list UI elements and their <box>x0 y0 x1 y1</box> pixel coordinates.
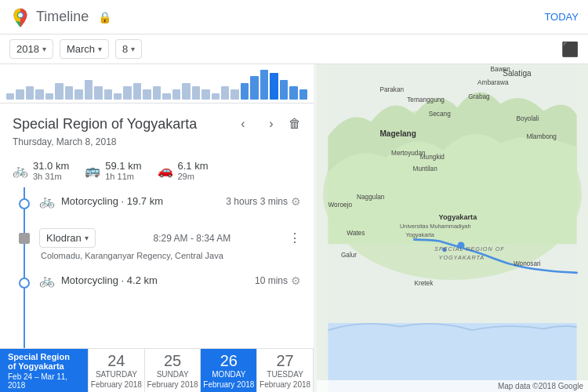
svg-text:YOGYAKARTA: YOGYAKARTA <box>439 254 485 261</box>
date-num-0: 24 <box>107 353 125 368</box>
stop-name-box-1[interactable]: Klodran ▾ <box>39 228 96 248</box>
chart-bar-2[interactable] <box>26 86 34 100</box>
chart-bar-1[interactable] <box>16 89 24 100</box>
chart-bar-21[interactable] <box>212 93 220 100</box>
chart-bar-12[interactable] <box>123 86 131 100</box>
chart-bar-27[interactable] <box>270 73 278 100</box>
timeline-items: 🚲 Motorcycling · 19.7 km 3 hours 3 mins … <box>0 187 314 348</box>
svg-text:Galur: Galur <box>341 252 357 259</box>
activity-item-2: 🚲 Motorcycling · 4.2 km 10 mins ⚙ <box>39 273 301 288</box>
location-controls: ‹ › 🗑 <box>232 113 301 135</box>
svg-text:Yogyakarta: Yogyakarta <box>439 213 478 221</box>
chart-bar-8[interactable] <box>85 80 93 100</box>
timeline-dot-stop-1 <box>19 233 30 244</box>
date-strip-item-2[interactable]: 26 Monday February 2018 <box>201 349 257 392</box>
activity-right-0: 3 hours 3 mins ⚙ <box>226 195 301 208</box>
chart-bar-0[interactable] <box>6 93 14 100</box>
activity-edit-button-0[interactable]: ⚙ <box>291 195 301 208</box>
svg-text:Kretek: Kretek <box>414 280 434 287</box>
lock-icon: 🔒 <box>98 11 111 24</box>
chart-bar-24[interactable] <box>241 83 249 100</box>
stat-item-1: 🚌 59.1 km 1h 11m <box>85 160 141 181</box>
activity-duration-2: 10 mins <box>255 275 288 286</box>
chart-bar-15[interactable] <box>153 86 161 100</box>
stop-chevron-icon-1: ▾ <box>85 234 89 242</box>
chart-view-button[interactable]: ⬛ <box>561 41 579 58</box>
stat-km-2: 6.1 km <box>178 160 209 172</box>
stat-item-2: 🚗 6.1 km 29m <box>158 160 209 181</box>
chart-bar-26[interactable] <box>260 70 268 100</box>
chart-bar-6[interactable] <box>65 86 73 100</box>
year-chevron-icon: ▾ <box>42 45 46 53</box>
chart-bar-5[interactable] <box>55 83 63 100</box>
year-select[interactable]: 2018 ▾ <box>9 39 53 59</box>
chart-bar-14[interactable] <box>143 89 151 100</box>
next-location-button[interactable]: › <box>260 113 282 135</box>
chart-bar-29[interactable] <box>289 86 297 100</box>
active-location-item[interactable]: Special Region of Yogyakarta Feb 24 – Ma… <box>0 349 89 392</box>
timeline-item-1: Klodran ▾ 8:29 AM - 8:34 AM ⋮ Colomadu, … <box>0 222 314 267</box>
activity-icon-2: 🚲 <box>39 273 55 288</box>
activity-icon-0: 🚲 <box>39 194 55 209</box>
date-month-3: February 2018 <box>260 380 310 389</box>
chart-bar-7[interactable] <box>74 89 82 100</box>
prev-location-button[interactable]: ‹ <box>232 113 254 135</box>
stop-more-button-1[interactable]: ⋮ <box>289 230 301 245</box>
chart-bar-19[interactable] <box>192 86 200 100</box>
stat-info-0: 31.0 km 3h 31m <box>33 160 69 181</box>
chart-bar-20[interactable] <box>201 89 209 100</box>
date-num-2: 26 <box>220 353 238 368</box>
svg-text:Parakan: Parakan <box>379 86 404 93</box>
chart-bar-22[interactable] <box>221 86 229 100</box>
chart-bar-30[interactable] <box>299 89 307 100</box>
delete-location-button[interactable]: 🗑 <box>289 117 301 131</box>
map-svg: Salatiga Ambarawa Bawen Parakan Temanggu… <box>317 64 588 392</box>
date-controls-bar: 2018 ▾ March ▾ 8 ▾ ⬛ <box>0 34 588 64</box>
chart-bar-4[interactable] <box>45 93 53 100</box>
date-month-0: February 2018 <box>91 380 142 389</box>
date-strip-item-3[interactable]: 27 Tuesday February 2018 <box>257 349 314 392</box>
year-value: 2018 <box>16 43 39 55</box>
date-strip-item-0[interactable]: 24 Saturday February 2018 <box>89 349 145 392</box>
svg-text:Magelang: Magelang <box>379 129 416 138</box>
day-chevron-icon: ▾ <box>131 45 135 53</box>
activity-edit-button-2[interactable]: ⚙ <box>291 274 301 287</box>
chart-bar-3[interactable] <box>35 89 43 100</box>
activity-right-2: 10 mins ⚙ <box>255 274 301 287</box>
location-date: Thursday, March 8, 2018 <box>13 136 301 147</box>
chart-bar-18[interactable] <box>182 83 190 100</box>
activity-left-2: 🚲 Motorcycling · 4.2 km <box>39 273 158 288</box>
date-month-2: February 2018 <box>203 380 254 389</box>
day-select[interactable]: 8 ▾ <box>115 39 142 59</box>
chart-bar-11[interactable] <box>114 93 122 100</box>
chart-bar-13[interactable] <box>133 83 141 100</box>
stat-item-0: 🚲 31.0 km 3h 31m <box>13 160 69 181</box>
chart-bar-25[interactable] <box>250 76 258 100</box>
svg-text:Mungkid: Mungkid <box>420 154 445 161</box>
location-title: Special Region of Yogyakarta <box>13 116 197 132</box>
chart-bar-28[interactable] <box>280 80 288 100</box>
right-panel: Salatiga Ambarawa Bawen Parakan Temanggu… <box>317 64 588 392</box>
stat-time-0: 3h 31m <box>33 172 69 181</box>
svg-text:Universitas Muhammadiyah: Universitas Muhammadiyah <box>400 223 470 230</box>
timeline-item-2: 🚲 Motorcycling · 4.2 km 10 mins ⚙ <box>0 267 314 301</box>
month-select[interactable]: March ▾ <box>60 39 109 59</box>
chart-bar-23[interactable] <box>230 89 238 100</box>
chart-bar-9[interactable] <box>94 86 102 100</box>
today-button[interactable]: TODAY <box>544 11 579 23</box>
location-header: Special Region of Yogyakarta ‹ › 🗑 Thurs… <box>0 103 314 154</box>
date-strip-item-1[interactable]: 25 Sunday February 2018 <box>145 349 201 392</box>
chart-bar-16[interactable] <box>162 93 170 100</box>
activity-item-0: 🚲 Motorcycling · 19.7 km 3 hours 3 mins … <box>39 194 301 209</box>
stat-km-0: 31.0 km <box>33 160 69 172</box>
stat-time-1: 1h 11m <box>105 172 141 181</box>
stat-info-2: 6.1 km 29m <box>178 160 209 181</box>
app-header: Timeline 🔒 TODAY <box>0 0 588 34</box>
svg-text:Temanggung: Temanggung <box>407 96 445 103</box>
svg-text:Yogyakarta: Yogyakarta <box>405 231 434 238</box>
chart-bar-10[interactable] <box>104 89 112 100</box>
date-day-0: Saturday <box>96 370 137 379</box>
svg-text:Ambarawa: Ambarawa <box>477 79 509 86</box>
chart-bar-17[interactable] <box>172 89 180 100</box>
date-num-3: 27 <box>276 353 293 368</box>
